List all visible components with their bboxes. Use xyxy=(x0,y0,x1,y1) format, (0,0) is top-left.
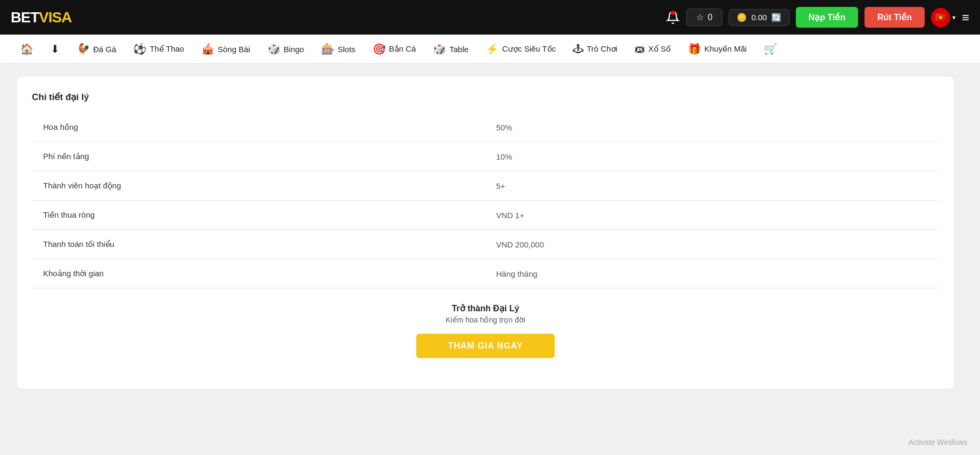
nav-xo-so[interactable]: 🎟 Xổ Số xyxy=(627,40,678,59)
nav-khuyen-mai[interactable]: 🎁 Khuyến Mãi xyxy=(680,39,754,59)
agent-detail-card: Chi tiết đại lý Hoa hồng 50% Phí nền tản… xyxy=(17,77,954,388)
nav-cuoc-sieu-toc[interactable]: ⚡ Cược Siêu Tốc xyxy=(478,39,563,59)
row-value-0: 50% xyxy=(485,113,939,142)
notif-dot xyxy=(671,11,675,15)
nav-download[interactable]: ⬇ xyxy=(43,39,67,59)
nav-home[interactable]: 🏠 xyxy=(13,39,41,59)
nav-cuoc-sieu-toc-label: Cược Siêu Tốc xyxy=(502,44,556,54)
nav-song-bai[interactable]: 🎪 Sòng Bài xyxy=(194,39,258,59)
nav-tro-choi[interactable]: 🕹 Trò Chơi xyxy=(565,40,625,59)
nav-table[interactable]: 🎲 Table xyxy=(425,39,476,59)
cart-icon: 🛒 xyxy=(764,43,777,55)
detail-table: Hoa hồng 50% Phí nền tảng 10% Thành viên… xyxy=(32,112,939,374)
cta-cell: Trở thành Đại Lý Kiếm hoa hồng trọn đời … xyxy=(32,288,939,374)
table-row: Phí nền tảng 10% xyxy=(32,142,939,171)
row-value-4: VND 200,000 xyxy=(485,230,939,259)
tro-choi-icon: 🕹 xyxy=(573,43,583,55)
da-ga-icon: 🐓 xyxy=(77,43,90,55)
main-nav: 🏠 ⬇ 🐓 Đá Gà ⚽ Thể Thao 🎪 Sòng Bài 🎲 Bing… xyxy=(0,35,980,64)
header-actions: ☆ 0 🪙 0.00 🔄 Nạp Tiền Rút Tiền 🇻🇳 ▾ ≡ xyxy=(666,7,969,28)
table-row: Thành viên hoạt động 5+ xyxy=(32,171,939,201)
row-value-5: Hàng tháng xyxy=(485,259,939,288)
row-value-1: 10% xyxy=(485,142,939,171)
card-title: Chi tiết đại lý xyxy=(32,92,939,103)
flag-icon: 🇻🇳 xyxy=(931,8,950,27)
row-label-3: Tiền thua ròng xyxy=(32,201,486,230)
nav-bingo[interactable]: 🎲 Bingo xyxy=(260,39,311,59)
song-bai-icon: 🎪 xyxy=(201,43,215,55)
row-value-3: VND 1+ xyxy=(485,201,939,230)
row-label-4: Thanh toán tối thiểu xyxy=(32,230,486,259)
ban-ca-icon: 🎯 xyxy=(373,43,386,55)
row-label-1: Phí nền tảng xyxy=(32,142,486,171)
table-row: Khoảng thời gian Hàng tháng xyxy=(32,259,939,288)
header: BETVISA ☆ 0 🪙 0.00 🔄 Nạp Tiền Rút Tiền 🇻… xyxy=(0,0,980,35)
cta-row: Trở thành Đại Lý Kiếm hoa hồng trọn đời … xyxy=(32,288,939,374)
nav-da-ga[interactable]: 🐓 Đá Gà xyxy=(69,39,123,59)
cta-title: Trở thành Đại Lý xyxy=(43,303,928,313)
logo-visa: VISA xyxy=(39,9,71,26)
nav-bingo-label: Bingo xyxy=(284,45,304,54)
activate-windows-text: Activate Windows xyxy=(909,438,967,446)
table-icon: 🎲 xyxy=(433,43,446,55)
nav-slots-label: Slots xyxy=(337,45,355,54)
content-area: Chi tiết đại lý Hoa hồng 50% Phí nền tản… xyxy=(0,64,980,455)
nav-xo-so-label: Xổ Số xyxy=(648,44,671,54)
nav-table-label: Table xyxy=(449,45,468,54)
cta-subtitle: Kiếm hoa hồng trọn đời xyxy=(43,316,928,324)
nav-ban-ca[interactable]: 🎯 Bắn Cá xyxy=(365,39,424,59)
logo-bet: BET xyxy=(11,9,39,26)
hamburger-menu-button[interactable]: ≡ xyxy=(962,10,969,25)
nav-cart[interactable]: 🛒 xyxy=(756,39,785,59)
nav-ban-ca-label: Bắn Cá xyxy=(389,44,416,54)
join-now-button[interactable]: THAM GIA NGAY xyxy=(416,334,555,358)
table-row: Hoa hồng 50% xyxy=(32,113,939,142)
notification-bell-button[interactable] xyxy=(666,11,680,24)
download-icon: ⬇ xyxy=(51,43,60,55)
deposit-button[interactable]: Nạp Tiền xyxy=(796,7,858,28)
row-label-5: Khoảng thời gian xyxy=(32,259,486,288)
nav-the-thao[interactable]: ⚽ Thể Thao xyxy=(126,39,192,59)
nav-khuyen-mai-label: Khuyến Mãi xyxy=(704,44,747,54)
khuyen-mai-icon: 🎁 xyxy=(688,43,701,55)
language-flag-button[interactable]: 🇻🇳 ▾ xyxy=(931,8,956,27)
balance-value: 0.00 xyxy=(751,13,767,22)
favorites-box: ☆ 0 xyxy=(686,9,723,26)
slots-icon: 🎰 xyxy=(321,43,334,55)
nav-tro-choi-label: Trò Chơi xyxy=(587,44,617,54)
the-thao-icon: ⚽ xyxy=(133,43,146,55)
row-value-2: 5+ xyxy=(485,171,939,201)
star-icon: ☆ xyxy=(696,12,704,22)
refresh-icon[interactable]: 🔄 xyxy=(771,13,781,22)
star-count: 0 xyxy=(708,13,713,22)
withdraw-button[interactable]: Rút Tiền xyxy=(864,7,925,28)
nav-song-bai-label: Sòng Bài xyxy=(218,45,250,54)
cuoc-sieu-toc-icon: ⚡ xyxy=(485,43,499,55)
nav-slots[interactable]: 🎰 Slots xyxy=(314,39,363,59)
table-row: Thanh toán tối thiểu VND 200,000 xyxy=(32,230,939,259)
balance-box: 🪙 0.00 🔄 xyxy=(729,9,789,26)
bingo-icon: 🎲 xyxy=(267,43,281,55)
table-row: Tiền thua ròng VND 1+ xyxy=(32,201,939,230)
row-label-0: Hoa hồng xyxy=(32,113,486,142)
nav-the-thao-label: Thể Thao xyxy=(150,44,184,54)
nav-da-ga-label: Đá Gà xyxy=(93,45,116,54)
chevron-down-icon: ▾ xyxy=(952,14,956,21)
logo: BETVISA xyxy=(11,9,71,26)
home-icon: 🏠 xyxy=(20,43,34,55)
coin-icon: 🪙 xyxy=(737,13,747,22)
xo-so-icon: 🎟 xyxy=(635,43,645,55)
row-label-2: Thành viên hoạt động xyxy=(32,171,486,201)
